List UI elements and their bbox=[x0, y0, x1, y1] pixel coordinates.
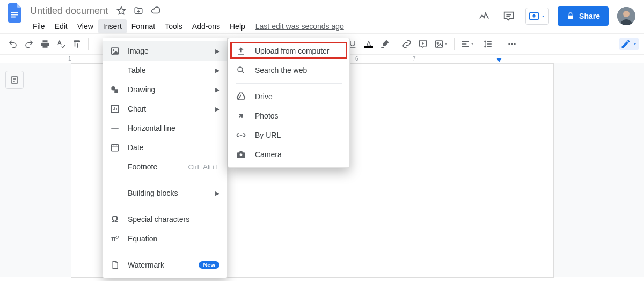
insert-chart-item[interactable]: Chart ▶ bbox=[103, 99, 227, 119]
pi-icon: π² bbox=[109, 234, 120, 243]
svg-rect-6 bbox=[77, 43, 78, 48]
print-icon[interactable] bbox=[38, 36, 53, 51]
menu-divider bbox=[103, 252, 227, 252]
chevron-right-icon: ▶ bbox=[215, 48, 219, 55]
menu-label: Horizontal line bbox=[128, 124, 219, 132]
docs-logo[interactable] bbox=[5, 3, 25, 23]
menu-help[interactable]: Help bbox=[225, 19, 250, 33]
menu-label: Watermark bbox=[128, 261, 191, 269]
insert-dropdown: Image ▶ Table ▶ Drawing ▶ Chart ▶ Horizo… bbox=[103, 38, 228, 278]
svg-point-5 bbox=[623, 11, 630, 17]
outline-toggle-icon[interactable] bbox=[5, 71, 24, 89]
menu-label: Equation bbox=[128, 234, 219, 243]
watermark-icon bbox=[109, 260, 120, 270]
date-icon bbox=[109, 143, 120, 152]
insert-date-item[interactable]: Date bbox=[103, 138, 227, 157]
move-icon[interactable] bbox=[133, 5, 144, 17]
svg-point-11 bbox=[514, 43, 516, 45]
submenu-divider bbox=[236, 83, 342, 84]
svg-point-14 bbox=[113, 49, 114, 51]
ruler-right-indent-icon[interactable] bbox=[496, 58, 502, 62]
separator bbox=[88, 38, 89, 50]
cloud-status-icon[interactable] bbox=[150, 5, 162, 17]
separator bbox=[501, 38, 501, 50]
menu-divider bbox=[103, 180, 227, 180]
chevron-right-icon: ▶ bbox=[215, 106, 219, 113]
line-spacing-icon[interactable] bbox=[478, 36, 497, 51]
menu-divider bbox=[103, 206, 227, 206]
spellcheck-icon[interactable] bbox=[54, 36, 69, 51]
insert-image-icon[interactable] bbox=[431, 36, 451, 51]
upload-icon bbox=[236, 46, 246, 56]
insert-watermark-item[interactable]: Watermark New bbox=[103, 255, 227, 275]
svg-point-8 bbox=[437, 42, 438, 44]
svg-point-9 bbox=[508, 43, 510, 45]
image-submenu: Upload from computer Search the web Driv… bbox=[228, 38, 350, 168]
menu-label: Image bbox=[128, 47, 208, 55]
editing-mode-button[interactable] bbox=[619, 38, 639, 50]
highlight-color-icon[interactable] bbox=[377, 36, 392, 51]
account-avatar[interactable] bbox=[617, 7, 635, 25]
menubar: File Edit View Insert Format Tools Add-o… bbox=[28, 19, 476, 33]
by-url-item[interactable]: By URL bbox=[228, 125, 349, 145]
text-color-icon[interactable]: A bbox=[361, 36, 376, 51]
present-button[interactable] bbox=[525, 8, 549, 25]
menu-view[interactable]: View bbox=[72, 19, 98, 33]
svg-rect-7 bbox=[435, 41, 443, 47]
insert-hr-item[interactable]: Horizontal line bbox=[103, 119, 227, 138]
upload-from-computer-item[interactable]: Upload from computer bbox=[228, 41, 349, 61]
comments-icon[interactable] bbox=[501, 8, 517, 24]
submenu-label: By URL bbox=[255, 131, 281, 139]
menu-edit[interactable]: Edit bbox=[50, 19, 72, 33]
chart-icon bbox=[109, 104, 120, 114]
chevron-right-icon: ▶ bbox=[215, 86, 219, 93]
image-icon bbox=[109, 46, 120, 56]
svg-rect-1 bbox=[11, 14, 18, 15]
insert-drawing-item[interactable]: Drawing ▶ bbox=[103, 80, 227, 99]
ruler-tick: 7 bbox=[413, 56, 416, 62]
submenu-label: Upload from computer bbox=[255, 47, 330, 55]
header-actions: Share bbox=[476, 3, 639, 26]
star-icon[interactable] bbox=[115, 5, 127, 17]
svg-point-20 bbox=[240, 153, 243, 156]
camera-item[interactable]: Camera bbox=[228, 145, 349, 164]
insert-special-chars-item[interactable]: Ω Special characters bbox=[103, 210, 227, 229]
menu-label: Chart bbox=[128, 105, 208, 113]
activity-icon[interactable] bbox=[476, 8, 492, 24]
svg-rect-2 bbox=[11, 17, 16, 18]
redo-icon[interactable] bbox=[21, 36, 36, 51]
svg-rect-16 bbox=[114, 89, 118, 93]
insert-link-icon[interactable] bbox=[399, 36, 414, 51]
share-label: Share bbox=[579, 12, 600, 20]
menu-addons[interactable]: Add-ons bbox=[187, 19, 225, 33]
drive-item[interactable]: Drive bbox=[228, 87, 349, 106]
document-title[interactable]: Untitled document bbox=[28, 3, 110, 18]
menu-file[interactable]: File bbox=[28, 19, 50, 33]
search-the-web-item[interactable]: Search the web bbox=[228, 61, 349, 80]
menu-insert[interactable]: Insert bbox=[98, 19, 127, 33]
more-icon[interactable] bbox=[504, 36, 519, 51]
header: Untitled document File Edit View Insert … bbox=[0, 0, 644, 33]
submenu-label: Search the web bbox=[255, 66, 307, 75]
insert-comment-icon[interactable] bbox=[415, 36, 430, 51]
menu-label: Building blocks bbox=[128, 189, 208, 197]
svg-point-10 bbox=[511, 43, 513, 45]
menu-label: Date bbox=[128, 143, 219, 152]
menu-label: Special characters bbox=[128, 215, 219, 224]
last-edit-link[interactable]: Last edit was seconds ago bbox=[255, 19, 344, 33]
share-button[interactable]: Share bbox=[558, 6, 609, 26]
menu-tools[interactable]: Tools bbox=[160, 19, 187, 33]
submenu-label: Drive bbox=[255, 92, 273, 101]
undo-icon[interactable] bbox=[5, 36, 20, 51]
insert-building-blocks-item[interactable]: Building blocks ▶ bbox=[103, 183, 227, 203]
menu-label: Drawing bbox=[128, 85, 208, 94]
align-icon[interactable] bbox=[458, 36, 477, 51]
chevron-right-icon: ▶ bbox=[215, 67, 219, 74]
insert-footnote-item[interactable]: Footnote Ctrl+Alt+F bbox=[103, 157, 227, 176]
insert-table-item[interactable]: Table ▶ bbox=[103, 61, 227, 80]
insert-image-item[interactable]: Image ▶ bbox=[103, 41, 227, 61]
menu-format[interactable]: Format bbox=[127, 19, 160, 33]
photos-item[interactable]: Photos bbox=[228, 106, 349, 125]
insert-equation-item[interactable]: π² Equation bbox=[103, 229, 227, 248]
paint-format-icon[interactable] bbox=[70, 36, 85, 51]
